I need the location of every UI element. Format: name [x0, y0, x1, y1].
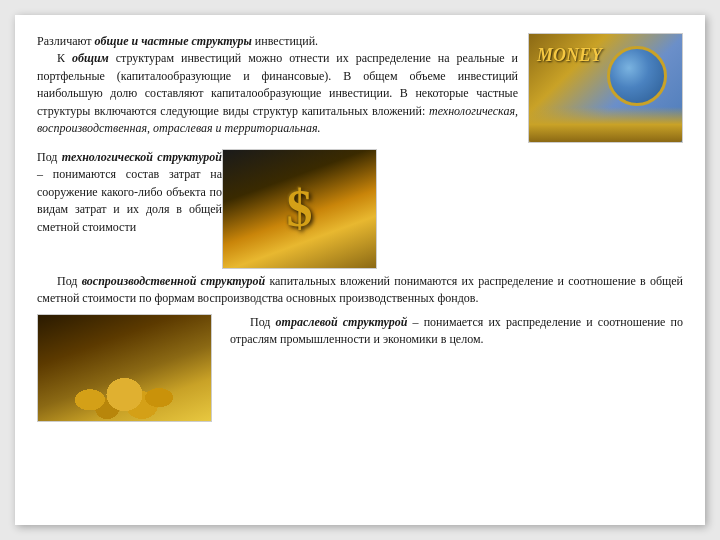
- gold-coins-image: [37, 314, 212, 422]
- intro-k: К: [57, 51, 72, 65]
- intro-bold-italic: общие и частные структуры: [95, 34, 252, 48]
- vosp-bold: воспроизводственной структурой: [82, 274, 266, 288]
- branch-para: Под отраслевой структурой – понимается и…: [230, 314, 683, 349]
- money-globe-image: MONEY: [528, 33, 683, 143]
- branch-lead: Под: [250, 315, 276, 329]
- vosp-para: Под воспроизводственной структурой капит…: [37, 273, 683, 308]
- vosp-text-block: Под воспроизводственной структурой капит…: [37, 273, 683, 308]
- tech-bold: технологической структурой: [62, 150, 222, 164]
- intro-text-block: Различают общие и частные структуры инве…: [37, 33, 518, 143]
- gold-coins-decoration: [38, 315, 211, 421]
- branch-bold: отраслевой структурой: [276, 315, 408, 329]
- top-section: Различают общие и частные структуры инве…: [37, 33, 683, 143]
- tech-lead: Под: [37, 150, 62, 164]
- intro-line1: Различают общие и частные структуры инве…: [37, 33, 518, 50]
- intro-para1: К общим структурам инвестиций можно отне…: [37, 50, 518, 137]
- tech-cont: – понимаются состав затрат на сооружение…: [37, 167, 222, 233]
- middle-section: Под технологической структурой – понимаю…: [37, 149, 683, 269]
- branch-text-block: Под отраслевой структурой – понимается и…: [222, 314, 683, 422]
- intro-obschim: общим: [72, 51, 109, 65]
- intro-plain-2: инвестиций.: [252, 34, 318, 48]
- dollar-sign-image: $: [222, 149, 377, 269]
- vosp-section: Под воспроизводственной структурой капит…: [37, 273, 683, 308]
- dollar-symbol: $: [287, 171, 313, 246]
- coins-bar: [529, 107, 682, 142]
- middle-left-spacer: Под технологической структурой – понимаю…: [37, 149, 222, 269]
- intro-plain-1: Различают: [37, 34, 95, 48]
- tech-structure-text: Под технологической структурой – понимаю…: [37, 149, 222, 236]
- vosp-lead: Под: [57, 274, 82, 288]
- bottom-section: Под отраслевой структурой – понимается и…: [37, 314, 683, 422]
- money-text-decoration: MONEY: [537, 42, 602, 68]
- document-page: Различают общие и частные структуры инве…: [15, 15, 705, 525]
- globe-decoration: [607, 46, 667, 106]
